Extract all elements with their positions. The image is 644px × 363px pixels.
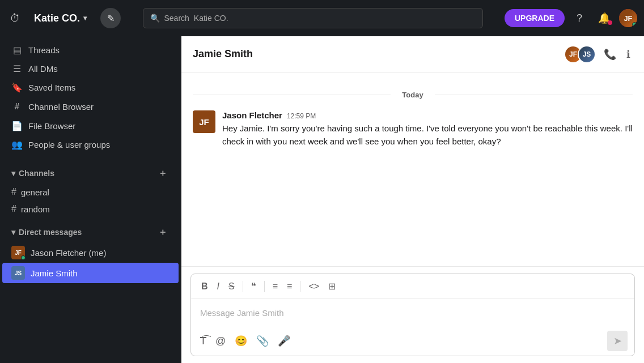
call-button[interactable]: 📞 [601,46,618,63]
notification-dot [608,20,612,25]
chat-area: Jamie Smith JF JS 📞 ℹ Today [181,36,644,363]
sidebar-item-people-groups[interactable]: 👥 People & user groups [2,135,179,154]
sidebar: ▤ Threads ☰ All DMs 🔖 Saved Items ＃ Chan… [0,36,181,363]
info-button[interactable]: ℹ [624,46,633,63]
toolbar-divider-1 [243,281,243,292]
upgrade-button[interactable]: UPGRADE [505,9,565,27]
avatar[interactable]: JF [619,9,637,27]
strikethrough-button[interactable]: S [225,279,238,294]
topbar: ⏱ Katie CO. ▾ ✎ 🔍 Search Katie CO. UPGRA… [0,0,644,36]
chat-header: Jamie Smith JF JS 📞 ℹ [181,36,644,72]
blockquote-button[interactable]: ❝ [248,279,260,294]
people-groups-icon: 👥 [11,139,23,150]
sidebar-item-all-dms[interactable]: ☰ All DMs [2,59,179,78]
toolbar-divider-3 [300,281,300,292]
toolbar-divider-2 [264,281,265,292]
online-dot [21,255,26,260]
date-divider: Today [193,91,633,99]
saved-items-icon: 🔖 [11,82,23,93]
history-button[interactable]: ⏱ [7,9,24,28]
avatar-jamie: JS [11,266,25,280]
code-block-button[interactable]: ⊞ [325,279,339,294]
chevron-channels-icon: ▾ [11,169,15,178]
channels-section-header[interactable]: ▾ Channels ＋ [2,163,179,183]
help-button[interactable]: ? [569,8,590,28]
sidebar-item-file-browser[interactable]: 📄 File Browser [2,117,179,135]
add-channel-button[interactable]: ＋ [156,166,170,180]
chevron-dm-icon: ▾ [11,228,15,237]
ordered-list-button[interactable]: ≡ [269,279,281,294]
message-content: Jason Fletcher 12:59 PM Hey Jamie. I'm s… [222,110,633,148]
message-row: JF Jason Fletcher 12:59 PM Hey Jamie. I'… [193,110,633,148]
dm-item-jason[interactable]: JF Jason Fletcher (me) [2,242,179,263]
dm-item-jamie[interactable]: JS Jamie Smith [2,263,179,283]
channel-item-random[interactable]: # random [2,200,179,217]
attach-button[interactable]: 📎 [254,332,271,349]
message-avatar: JF [193,110,215,133]
chevron-down-icon: ▾ [83,14,87,22]
all-dms-icon: ☰ [11,63,23,74]
sidebar-item-channel-browser[interactable]: ＃ Channel Browser [2,97,179,117]
header-avatar-2: JS [578,45,596,63]
compose-area: B I S ❝ ≡ ≡ <> ⊞ Message Jamie Smith T͡ [181,266,644,363]
add-dm-button[interactable]: ＋ [156,225,170,239]
compose-input[interactable]: Message Jamie Smith [191,299,634,326]
chat-title: Jamie Smith [193,48,253,60]
audio-button[interactable]: 🎤 [276,332,293,349]
compose-toolbar: B I S ❝ ≡ ≡ <> ⊞ [191,274,634,299]
italic-button[interactable]: I [214,279,223,294]
hash-icon: # [11,187,16,197]
workspace-name[interactable]: Katie CO. ▾ [28,9,92,28]
compose-bottom: T͡ @ 😊 📎 🎤 ➤ [191,326,634,356]
threads-icon: ▤ [11,45,23,55]
compose-box: B I S ❝ ≡ ≡ <> ⊞ Message Jamie Smith T͡ [190,274,635,356]
sidebar-item-threads[interactable]: ▤ Threads [2,41,179,59]
channel-item-general[interactable]: # general [2,183,179,200]
chat-header-right: JF JS 📞 ℹ [564,45,633,63]
notification-button[interactable]: 🔔 [594,8,615,28]
file-browser-icon: 📄 [11,121,23,131]
send-button[interactable]: ➤ [607,331,628,351]
hash-icon: # [11,204,16,214]
emoji-button[interactable]: 😊 [232,332,249,349]
avatar-jason: JF [11,246,25,259]
header-avatars: JF JS [564,45,596,63]
unordered-list-button[interactable]: ≡ [283,279,295,294]
online-status-dot [632,22,637,27]
bold-button[interactable]: B [198,279,211,294]
main-layout: ▤ Threads ☰ All DMs 🔖 Saved Items ＃ Chan… [0,36,644,363]
code-button[interactable]: <> [305,279,323,294]
mention-button[interactable]: @ [213,333,228,349]
chat-messages: Today JF Jason Fletcher 12:59 PM Hey Jam… [181,72,644,266]
channel-browser-icon: ＃ [11,101,23,113]
search-icon: 🔍 [150,14,160,23]
edit-button[interactable]: ✎ [100,8,121,28]
dm-section-header[interactable]: ▾ Direct messages ＋ [2,222,179,242]
text-format-button[interactable]: T͡ [198,332,209,349]
search-bar[interactable]: 🔍 Search Katie CO. [143,8,483,28]
sidebar-item-saved-items[interactable]: 🔖 Saved Items [2,78,179,97]
